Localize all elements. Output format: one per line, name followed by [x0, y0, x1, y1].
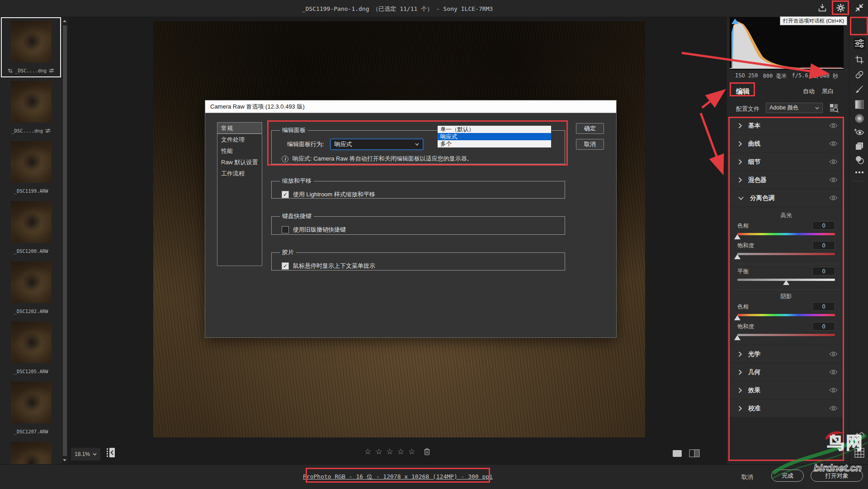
shadow-clipping-icon[interactable] — [731, 19, 739, 24]
filmstrip-item[interactable]: _DSC1199.ARW — [1, 138, 61, 198]
grid-overlay-icon[interactable] — [854, 447, 865, 459]
crop-tool-icon[interactable] — [854, 54, 865, 66]
hover-tips-checkbox[interactable]: ✓ — [282, 262, 289, 270]
eye-icon[interactable] — [829, 387, 838, 393]
filmstrip-item[interactable]: _DSC1202.ARW — [1, 258, 61, 318]
eye-icon[interactable] — [829, 351, 838, 357]
before-after-view-icon[interactable] — [689, 449, 700, 457]
section-geometry[interactable]: 几何 — [728, 363, 844, 381]
cancel-button[interactable]: 取消 — [741, 473, 753, 481]
slider-thumb[interactable] — [734, 234, 741, 239]
nav-item-performance[interactable]: 性能 — [217, 145, 262, 157]
dialog-cancel-button[interactable]: 取消 — [576, 139, 604, 150]
auto-button[interactable]: 自动 — [803, 87, 815, 95]
section-optics[interactable]: 光学 — [728, 345, 844, 363]
legacy-undo-checkbox[interactable] — [282, 226, 289, 233]
star-icon[interactable]: ☆ — [386, 448, 393, 456]
bw-button[interactable]: 黑白 — [822, 87, 834, 95]
star-icon[interactable]: ☆ — [397, 448, 404, 456]
filmstrip: _DSC....dng _DSC....dng _DSC1199.ARW _DS… — [0, 17, 68, 464]
eye-icon[interactable] — [829, 159, 838, 165]
aperture-value: f/5.6 — [792, 72, 808, 80]
star-icon[interactable]: ☆ — [408, 448, 415, 456]
filmstrip-item[interactable]: _DSC....dng — [1, 77, 61, 138]
scroll-up-icon[interactable] — [63, 20, 66, 22]
dropdown-option-multiple[interactable]: 多个 — [438, 140, 551, 147]
done-button[interactable]: 完成 — [771, 470, 804, 482]
ok-button[interactable]: 确定 — [576, 123, 604, 134]
highlight-hue-slider[interactable] — [737, 233, 835, 237]
filmstrip-item[interactable]: _DSC1200.ARW — [1, 198, 61, 258]
filmstrip-item[interactable]: _DSC1205.ARW — [1, 318, 61, 378]
open-object-button[interactable]: 打开对象 — [811, 470, 863, 482]
filmstrip-item[interactable]: _DSC....dng — [1, 17, 61, 77]
presets-tool-icon[interactable] — [854, 154, 865, 166]
healing-tool-icon[interactable] — [854, 69, 865, 81]
crop-badge-icon — [8, 68, 13, 73]
browse-profiles-icon[interactable] — [829, 103, 839, 113]
radial-gradient-tool-icon[interactable] — [854, 113, 865, 124]
red-eye-tool-icon[interactable] — [854, 126, 865, 138]
filmstrip-item[interactable]: _DSC1207.ARW — [1, 378, 61, 438]
file-name: _DSC....dng — [15, 68, 47, 73]
panel-behavior-select[interactable]: 响应式 — [330, 139, 423, 150]
slider-thumb[interactable] — [783, 280, 789, 285]
preferences-button[interactable] — [835, 3, 846, 14]
filmstrip-scrollbar[interactable] — [62, 17, 67, 464]
saturation-value-input[interactable]: 0 — [812, 322, 835, 331]
more-tools-icon[interactable] — [854, 166, 865, 178]
slider-thumb[interactable] — [734, 335, 741, 340]
highlight-saturation-slider[interactable] — [737, 253, 835, 257]
thumbnail-image — [11, 382, 52, 423]
snapshots-tool-icon[interactable] — [854, 140, 865, 152]
sampler-tool-icon[interactable] — [854, 431, 865, 443]
nav-item-raw-defaults[interactable]: Raw 默认设置 — [217, 157, 262, 168]
balance-label: 平衡 — [737, 268, 749, 275]
section-curve[interactable]: 曲线 — [728, 135, 844, 152]
dropdown-option-single[interactable]: 单一（默认） — [438, 126, 551, 133]
star-icon[interactable]: ☆ — [364, 448, 371, 456]
section-detail[interactable]: 细节 — [728, 153, 844, 171]
slider-thumb[interactable] — [734, 254, 741, 259]
brush-tool-icon[interactable] — [854, 84, 865, 95]
eye-icon[interactable] — [829, 123, 838, 128]
section-calibration[interactable]: 校准 — [728, 399, 844, 417]
behavior-info-text: 响应式: Camera Raw 将自动打开和关闭编辑面板以适应您的显示器。 — [292, 155, 473, 163]
slider-thumb[interactable] — [734, 315, 741, 320]
nav-item-workflow[interactable]: 工作流程 — [217, 168, 262, 179]
section-basic[interactable]: 基本 — [728, 117, 844, 134]
hue-value-input[interactable]: 0 — [812, 302, 835, 311]
fullscreen-toggle-button[interactable] — [854, 3, 865, 14]
linear-gradient-tool-icon[interactable] — [854, 99, 865, 110]
edit-tool-button[interactable] — [854, 38, 865, 49]
delete-trash-icon[interactable] — [424, 448, 430, 456]
hue-value-input[interactable]: 0 — [812, 221, 835, 230]
scroll-down-icon[interactable] — [63, 459, 66, 461]
section-effects[interactable]: 效果 — [728, 381, 844, 399]
nav-item-file-handling[interactable]: 文件处理 — [217, 134, 262, 145]
bottom-bar: ProPhoto RGB - 16 位 - 12078 x 10268 (124… — [0, 464, 868, 489]
workflow-options-link[interactable]: ProPhoto RGB - 16 位 - 12078 x 10268 (124… — [253, 473, 542, 481]
eye-icon[interactable] — [829, 405, 838, 411]
preview-mode-icon[interactable] — [673, 450, 682, 457]
chevron-right-icon — [738, 388, 742, 393]
eye-icon[interactable] — [829, 369, 838, 375]
dropdown-option-responsive[interactable]: 响应式 — [438, 133, 551, 140]
eye-icon[interactable] — [829, 141, 838, 147]
nav-item-general[interactable]: 常规 — [217, 123, 262, 134]
section-color-mixer[interactable]: 混色器 — [728, 171, 844, 189]
dialog-title-bar[interactable]: Camera Raw 首选项 (12.3.0.493 版) — [205, 100, 616, 113]
shadow-hue-slider[interactable] — [737, 314, 835, 318]
lightroom-zoom-checkbox[interactable]: ✓ — [282, 191, 289, 198]
section-split-toning[interactable]: 分离色调 — [728, 189, 844, 207]
eye-icon[interactable] — [829, 195, 838, 201]
star-icon[interactable]: ☆ — [375, 448, 382, 456]
balance-slider[interactable] — [737, 279, 835, 283]
saturation-value-input[interactable]: 0 — [812, 241, 835, 250]
balance-value-input[interactable]: 0 — [812, 267, 835, 275]
profile-select[interactable]: Adobe 颜色 — [766, 103, 823, 113]
shadow-saturation-slider[interactable] — [737, 334, 835, 338]
scrollbar-thumb[interactable] — [63, 25, 67, 456]
save-image-button[interactable] — [816, 3, 828, 14]
eye-icon[interactable] — [829, 177, 838, 183]
